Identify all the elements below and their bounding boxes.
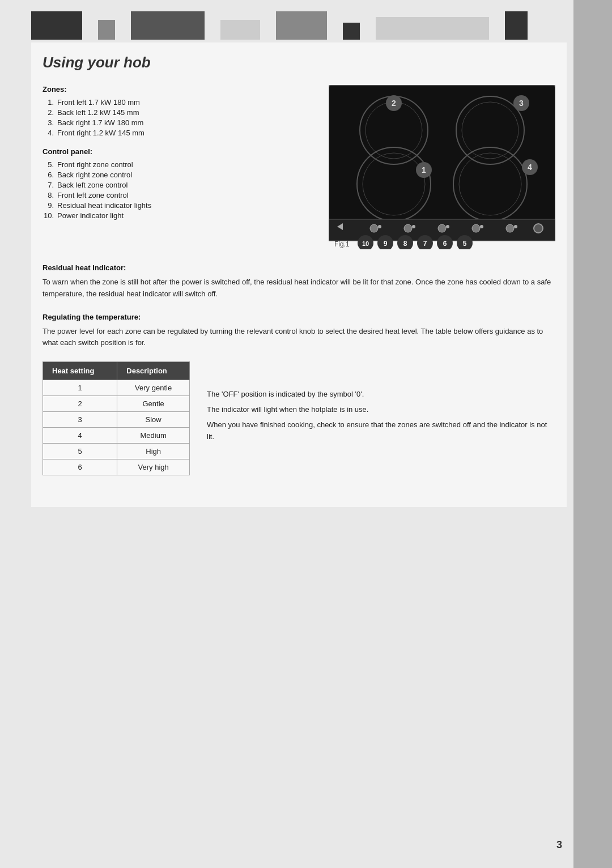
header-bar xyxy=(0,0,612,40)
svg-point-27 xyxy=(506,224,514,232)
heat-table: Heat setting Description 1 Very gentle 2… xyxy=(42,361,190,475)
header-spacer-6 xyxy=(362,11,373,40)
svg-text:9: 9 xyxy=(384,240,388,248)
header-block-2 xyxy=(98,20,115,40)
svg-point-24 xyxy=(446,225,449,228)
list-item: 4.Front right 1.2 kW 145 mm xyxy=(42,129,312,137)
zones-heading: Zones: xyxy=(42,85,312,93)
check-zones-text: When you have finished cooking, check to… xyxy=(207,419,555,443)
header-block-6 xyxy=(343,23,360,40)
svg-point-26 xyxy=(480,225,483,228)
svg-text:5: 5 xyxy=(463,240,467,248)
list-item: 5.Front right zone control xyxy=(42,160,312,169)
header-block-8 xyxy=(505,11,528,40)
header-spacer-1 xyxy=(84,11,96,40)
svg-point-21 xyxy=(404,224,412,232)
zones-list: 1.Front left 1.7 kW 180 mm 2.Back left 1… xyxy=(42,98,312,137)
page-title: Using your hob xyxy=(42,54,555,71)
regulating-body: The power level for each zone can be reg… xyxy=(42,326,555,350)
list-item: 7.Back left zone control xyxy=(42,181,312,189)
table-row: 2 Gentle xyxy=(43,396,190,412)
control-panel-heading: Control panel: xyxy=(42,147,312,156)
table-header-desc: Description xyxy=(117,362,190,380)
svg-point-29 xyxy=(534,224,543,233)
svg-point-25 xyxy=(472,224,480,232)
svg-point-22 xyxy=(412,225,415,228)
table-row: 4 Medium xyxy=(43,428,190,444)
page-number: 3 xyxy=(556,839,562,851)
off-position-text: The 'OFF' position is indicated by the s… xyxy=(207,389,555,401)
main-content: Using your hob Zones: 1.Front left 1.7 k… xyxy=(31,42,567,507)
svg-text:10: 10 xyxy=(362,240,369,247)
header-block-4 xyxy=(220,20,260,40)
header-spacer-7 xyxy=(491,11,503,40)
svg-text:6: 6 xyxy=(443,240,447,248)
svg-text:Fig.1: Fig.1 xyxy=(334,240,350,248)
svg-point-20 xyxy=(378,225,381,228)
header-spacer-2 xyxy=(117,11,129,40)
header-spacer-4 xyxy=(262,11,274,40)
regulating-heading: Regulating the temperature: xyxy=(42,313,555,321)
svg-text:2: 2 xyxy=(392,99,396,108)
off-position-col: The 'OFF' position is indicated by the s… xyxy=(207,355,555,484)
header-block-3 xyxy=(131,11,205,40)
sidebar-right xyxy=(573,0,612,868)
list-item: 3.Back right 1.7 kW 180 mm xyxy=(42,118,312,127)
hob-diagram-col: 2 3 1 4 xyxy=(329,85,555,251)
two-column-layout: Zones: 1.Front left 1.7 kW 180 mm 2.Back… xyxy=(42,85,555,251)
svg-point-23 xyxy=(438,224,446,232)
list-item: 2.Back left 1.2 kW 145 mm xyxy=(42,108,312,117)
table-row: 1 Very gentle xyxy=(43,380,190,396)
header-block-5 xyxy=(276,11,327,40)
list-item: 8.Front left zone control xyxy=(42,191,312,199)
left-column: Zones: 1.Front left 1.7 kW 180 mm 2.Back… xyxy=(42,85,312,251)
residual-heat-body: To warn when the zone is still hot after… xyxy=(42,276,555,300)
controls-list: 5.Front right zone control 6.Back right … xyxy=(42,160,312,220)
list-item: 1.Front left 1.7 kW 180 mm xyxy=(42,98,312,107)
svg-text:4: 4 xyxy=(528,163,532,172)
svg-text:7: 7 xyxy=(423,240,427,248)
header-block-7 xyxy=(376,17,489,40)
table-row: 5 High xyxy=(43,444,190,459)
header-spacer-5 xyxy=(329,11,341,40)
svg-point-28 xyxy=(514,225,517,228)
header-block-1 xyxy=(31,11,82,40)
table-header-setting: Heat setting xyxy=(43,362,117,380)
bottom-two-col: Heat setting Description 1 Very gentle 2… xyxy=(42,355,555,484)
list-item: 10.Power indicator light xyxy=(42,211,312,220)
residual-heat-section: Residual heat Indicator: To warn when th… xyxy=(42,263,555,300)
regulating-section: Regulating the temperature: The power le… xyxy=(42,313,555,350)
svg-text:3: 3 xyxy=(519,99,524,108)
svg-text:8: 8 xyxy=(403,240,407,248)
heat-table-col: Heat setting Description 1 Very gentle 2… xyxy=(42,355,190,484)
svg-point-19 xyxy=(370,224,378,232)
hob-diagram: 2 3 1 4 xyxy=(329,85,555,249)
header-spacer-3 xyxy=(207,11,218,40)
residual-heat-heading: Residual heat Indicator: xyxy=(42,263,555,272)
table-row: 6 Very high xyxy=(43,459,190,475)
svg-text:1: 1 xyxy=(422,165,426,175)
table-row: 3 Slow xyxy=(43,412,190,428)
list-item: 9.Residual heat indicator lights xyxy=(42,201,312,210)
list-item: 6.Back right zone control xyxy=(42,171,312,179)
indicator-light-text: The indicator will light when the hotpla… xyxy=(207,404,555,416)
